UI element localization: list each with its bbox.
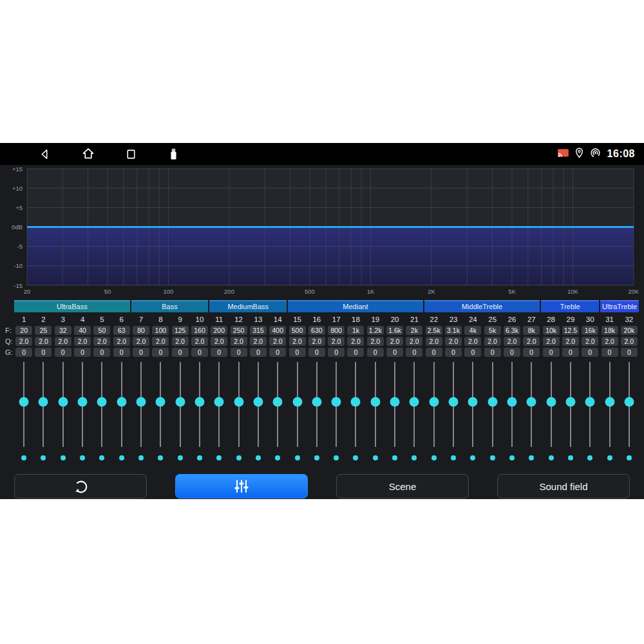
slider-thumb[interactable] [97, 397, 107, 407]
q-value-chip[interactable]: 2.0 [562, 337, 579, 346]
slider-thumb[interactable] [507, 397, 516, 407]
q-value-chip[interactable]: 2.0 [601, 337, 618, 346]
gain-value-chip[interactable]: 0 [231, 348, 247, 357]
band-gain-slider[interactable] [522, 361, 541, 451]
frequency-value-chip[interactable]: 20 [15, 326, 32, 335]
frequency-value-chip[interactable]: 32 [55, 326, 71, 335]
frequency-value-chip[interactable]: 25 [35, 326, 52, 335]
gain-value-chip[interactable]: 0 [250, 348, 267, 357]
slider-thumb[interactable] [78, 397, 88, 407]
q-value-chip[interactable]: 2.0 [55, 337, 71, 346]
gain-value-chip[interactable]: 0 [367, 348, 384, 357]
band-gain-slider[interactable] [190, 361, 209, 451]
frequency-value-chip[interactable]: 2.5k [426, 326, 442, 335]
band-gain-slider[interactable] [483, 361, 502, 451]
slider-thumb[interactable] [292, 397, 302, 407]
gain-value-chip[interactable]: 0 [93, 348, 110, 357]
q-value-chip[interactable]: 2.0 [15, 337, 32, 346]
gain-value-chip[interactable]: 0 [621, 348, 638, 357]
band-gain-slider[interactable] [600, 361, 619, 451]
slider-thumb[interactable] [449, 397, 459, 407]
home-button[interactable] [81, 147, 95, 161]
frequency-value-chip[interactable]: 500 [289, 326, 306, 335]
band-gain-slider[interactable] [112, 361, 131, 451]
frequency-value-chip[interactable]: 10k [543, 326, 560, 335]
gain-value-chip[interactable]: 0 [211, 348, 227, 357]
slider-thumb[interactable] [527, 397, 536, 407]
q-value-chip[interactable]: 2.0 [426, 337, 442, 346]
recents-button[interactable] [124, 147, 138, 161]
slider-thumb[interactable] [332, 397, 341, 407]
slider-thumb[interactable] [429, 397, 439, 407]
band-gain-slider[interactable] [14, 361, 33, 451]
band-gain-slider[interactable] [92, 361, 111, 451]
q-value-chip[interactable]: 2.0 [191, 337, 208, 346]
q-value-chip[interactable]: 2.0 [250, 337, 267, 346]
slider-thumb[interactable] [58, 397, 68, 407]
slider-thumb[interactable] [585, 397, 595, 407]
q-value-chip[interactable]: 2.0 [406, 337, 422, 346]
gain-value-chip[interactable]: 0 [113, 348, 130, 357]
band-gain-slider[interactable] [171, 361, 190, 451]
q-value-chip[interactable]: 2.0 [328, 337, 345, 346]
frequency-value-chip[interactable]: 1.2k [367, 326, 384, 335]
gain-value-chip[interactable]: 0 [191, 348, 208, 357]
q-value-chip[interactable]: 2.0 [523, 337, 540, 346]
q-value-chip[interactable]: 2.0 [445, 337, 462, 346]
frequency-value-chip[interactable]: 12.5 [562, 326, 579, 335]
frequency-value-chip[interactable]: 40 [74, 326, 91, 335]
gain-value-chip[interactable]: 0 [74, 348, 91, 357]
slider-thumb[interactable] [312, 397, 321, 407]
gain-value-chip[interactable]: 0 [172, 348, 189, 357]
scene-button[interactable]: Scene [336, 474, 469, 498]
band-gain-slider[interactable] [424, 361, 444, 451]
q-value-chip[interactable]: 2.0 [308, 337, 325, 346]
gain-value-chip[interactable]: 0 [35, 348, 52, 357]
gain-value-chip[interactable]: 0 [328, 348, 345, 357]
slider-thumb[interactable] [117, 397, 126, 407]
frequency-value-chip[interactable]: 50 [93, 326, 110, 335]
slider-thumb[interactable] [488, 397, 497, 407]
slider-thumb[interactable] [468, 397, 478, 407]
band-gain-slider[interactable] [53, 361, 73, 451]
slider-thumb[interactable] [273, 397, 283, 407]
band-gain-slider[interactable] [249, 361, 268, 451]
band-gain-slider[interactable] [541, 361, 560, 451]
q-value-chip[interactable]: 2.0 [74, 337, 91, 346]
slider-thumb[interactable] [137, 397, 146, 407]
gain-value-chip[interactable]: 0 [484, 348, 501, 357]
slider-thumb[interactable] [390, 397, 400, 407]
q-value-chip[interactable]: 2.0 [289, 337, 306, 346]
gain-value-chip[interactable]: 0 [133, 348, 149, 357]
slider-thumb[interactable] [624, 397, 634, 407]
gain-value-chip[interactable]: 0 [386, 348, 403, 357]
gain-value-chip[interactable]: 0 [582, 348, 598, 357]
gain-value-chip[interactable]: 0 [152, 348, 169, 357]
band-gain-slider[interactable] [131, 361, 151, 451]
q-value-chip[interactable]: 2.0 [504, 337, 520, 346]
gain-value-chip[interactable]: 0 [601, 348, 618, 357]
slider-thumb[interactable] [234, 397, 243, 407]
frequency-value-chip[interactable]: 5k [484, 326, 501, 335]
frequency-value-chip[interactable]: 100 [152, 326, 169, 335]
gain-value-chip[interactable]: 0 [426, 348, 442, 357]
frequency-value-chip[interactable]: 16k [582, 326, 598, 335]
band-gain-slider[interactable] [502, 361, 522, 451]
frequency-value-chip[interactable]: 315 [250, 326, 267, 335]
frequency-value-chip[interactable]: 1k [347, 326, 364, 335]
q-value-chip[interactable]: 2.0 [93, 337, 110, 346]
band-gain-slider[interactable] [346, 361, 365, 451]
band-gain-slider[interactable] [444, 361, 463, 451]
frequency-value-chip[interactable]: 4k [464, 326, 481, 335]
slider-thumb[interactable] [39, 397, 48, 407]
frequency-value-chip[interactable]: 250 [231, 326, 247, 335]
frequency-value-chip[interactable]: 3.1k [445, 326, 462, 335]
slider-thumb[interactable] [351, 397, 361, 407]
band-gain-slider[interactable] [209, 361, 229, 451]
gain-value-chip[interactable]: 0 [523, 348, 540, 357]
frequency-value-chip[interactable]: 125 [172, 326, 189, 335]
gain-value-chip[interactable]: 0 [562, 348, 579, 357]
slider-thumb[interactable] [19, 397, 29, 407]
band-gain-slider[interactable] [327, 361, 346, 451]
slider-thumb[interactable] [370, 397, 380, 407]
